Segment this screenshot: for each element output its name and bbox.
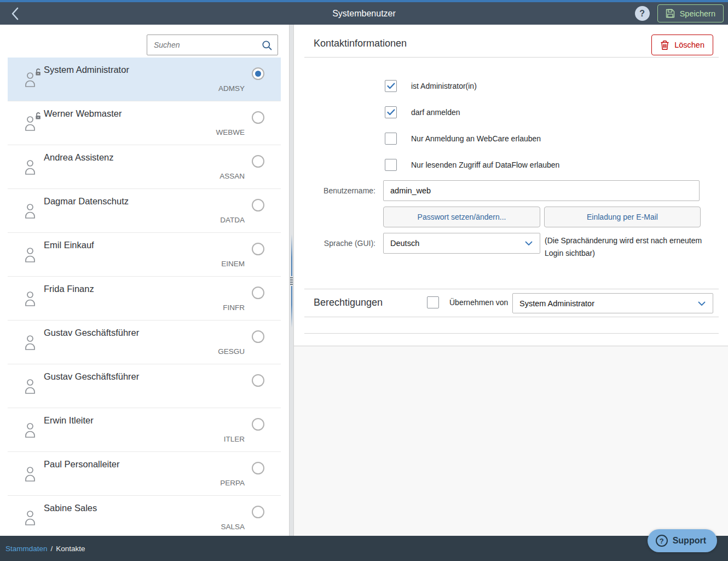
breadcrumb-current-kontakte: Kontakte: [56, 545, 85, 553]
delete-button[interactable]: Löschen: [651, 35, 713, 55]
user-radio[interactable]: [252, 374, 264, 387]
help-button[interactable]: ?: [635, 6, 650, 21]
user-row-paul-personalleiter[interactable]: Paul Personalleiter PERPA: [8, 452, 281, 496]
search-icon[interactable]: [262, 40, 273, 51]
systembenutzer-window: Systembenutzer ? Speichern System Admini…: [0, 0, 728, 561]
username-label: Benutzername:: [294, 180, 375, 201]
detail-card: Kontaktinformationen Löschen ist Adminis…: [294, 25, 728, 346]
user-name: Emil Einkauf: [44, 240, 94, 250]
divider: [304, 57, 719, 58]
top-accent-strip: [0, 0, 728, 2]
user-radio[interactable]: [252, 155, 264, 168]
language-selected-value: Deutsch: [390, 239, 419, 248]
divider: [304, 289, 719, 289]
employee-lock-icon: [23, 115, 38, 131]
user-radio[interactable]: [252, 111, 264, 124]
panel-splitter[interactable]: [289, 25, 294, 536]
section-title-kontaktinformationen: Kontaktinformationen: [314, 38, 407, 49]
chevron-down-icon: [698, 301, 706, 306]
checkbox-label: darf anmelden: [411, 108, 460, 117]
user-name: Paul Personalleiter: [44, 459, 120, 470]
language-note-line1: (Die Sprachänderung wird erst nach erneu…: [545, 234, 714, 247]
user-name: Gustav Geschäftsführer: [44, 371, 139, 382]
search-field[interactable]: [147, 35, 278, 55]
language-note-line2: Login sichtbar): [545, 247, 714, 260]
header-actions: ? Speichern: [635, 2, 724, 25]
checkbox-uebernehmen-von[interactable]: [427, 296, 439, 308]
checkbox-nur-webcare[interactable]: [385, 133, 397, 145]
user-name: Gustav Geschäftsführer: [44, 328, 139, 338]
user-row-gustav-geschaeftsfuehrer-2[interactable]: Gustav Geschäftsführer: [8, 364, 281, 408]
support-button[interactable]: ? Support: [648, 529, 717, 552]
employee-icon: [23, 466, 38, 482]
user-row-frida-finanz[interactable]: Frida Finanz FINFR: [8, 277, 281, 320]
inherit-from-label: Übernehmen von: [449, 298, 508, 307]
save-button-label: Speichern: [680, 9, 715, 18]
option-row-webcare: Nur Anmeldung an WebCare erlauben: [385, 133, 541, 145]
employee-icon: [23, 422, 38, 438]
user-name: Sabine Sales: [44, 503, 97, 513]
delete-button-label: Löschen: [674, 41, 704, 49]
support-button-label: Support: [673, 536, 706, 546]
employee-icon: [23, 510, 38, 526]
user-name: Werner Webmaster: [44, 108, 122, 119]
option-row-darf-anmelden: darf anmelden: [385, 106, 460, 118]
section-title-berechtigungen: Berechtigungen: [314, 297, 383, 308]
user-code: DATDA: [220, 216, 245, 224]
user-radio[interactable]: [252, 506, 264, 518]
divider: [304, 317, 719, 317]
save-button[interactable]: Speichern: [657, 4, 724, 22]
user-row-emil-einkauf[interactable]: Emil Einkauf EINEM: [8, 233, 281, 277]
chevron-down-icon: [525, 241, 533, 246]
user-radio[interactable]: [252, 287, 264, 299]
breadcrumb-separator: /: [51, 545, 53, 553]
user-row-gustav-geschaeftsfuehrer-1[interactable]: Gustav Geschäftsführer GESGU: [8, 320, 281, 364]
app-footer: Stammdaten / Kontakte: [0, 536, 728, 561]
user-radio[interactable]: [252, 418, 264, 431]
question-circle-icon: ?: [656, 535, 668, 547]
app-header: Systembenutzer ? Speichern: [0, 0, 728, 25]
user-code: ITLER: [224, 435, 245, 443]
user-row-werner-webmaster[interactable]: Werner Webmaster WEBWE: [8, 101, 281, 145]
option-row-dataflow: Nur lesenden Zugriff auf DataFlow erlaub…: [385, 159, 559, 171]
detail-panel: Kontaktinformationen Löschen ist Adminis…: [294, 25, 728, 536]
user-code: ADMSY: [218, 84, 245, 93]
user-row-sabine-sales[interactable]: Sabine Sales SALSA: [8, 496, 281, 536]
user-radio[interactable]: [252, 462, 264, 474]
user-code: GESGU: [218, 347, 245, 356]
user-name: Andrea Assistenz: [44, 152, 114, 163]
user-radio[interactable]: [252, 330, 264, 343]
email-invitation-button[interactable]: Einladung per E-Mail: [544, 207, 701, 227]
floppy-disk-icon: [666, 9, 675, 18]
language-change-note: (Die Sprachänderung wird erst nach erneu…: [545, 234, 714, 260]
user-row-dagmar-datenschutz[interactable]: Dagmar Datenschutz DATDA: [8, 189, 281, 233]
user-code: WEBWE: [216, 128, 245, 136]
username-input[interactable]: [383, 180, 700, 201]
user-code: ASSAN: [219, 172, 245, 180]
employee-icon: [23, 159, 38, 175]
user-row-andrea-assistenz[interactable]: Andrea Assistenz ASSAN: [8, 145, 281, 189]
checkbox-label: Nur Anmeldung an WebCare erlauben: [411, 134, 541, 143]
splitter-line: [291, 286, 292, 328]
user-radio[interactable]: [252, 67, 264, 80]
set-password-button[interactable]: Passwort setzen/ändern...: [383, 207, 540, 227]
user-radio[interactable]: [252, 199, 264, 211]
checkbox-label: Nur lesenden Zugriff auf DataFlow erlaub…: [411, 161, 559, 169]
user-code: SALSA: [221, 523, 245, 531]
checkbox-darf-anmelden[interactable]: [385, 106, 397, 118]
divider: [304, 333, 719, 334]
breadcrumb-link-stammdaten[interactable]: Stammdaten: [5, 545, 48, 553]
user-code: EINEM: [221, 260, 245, 268]
page-title: Systembenutzer: [0, 2, 728, 25]
inherit-from-select[interactable]: System Administrator: [512, 293, 713, 313]
search-input[interactable]: [147, 35, 278, 55]
checkbox-nur-lesend-dataflow[interactable]: [385, 159, 397, 171]
checkbox-ist-administrator[interactable]: [385, 80, 397, 92]
language-select[interactable]: Deutsch: [383, 233, 540, 254]
employee-icon: [23, 247, 38, 263]
user-row-system-administrator[interactable]: System Administrator ADMSY: [8, 58, 281, 101]
employee-icon: [23, 290, 38, 307]
user-radio[interactable]: [252, 243, 264, 255]
splitter-grip-icon[interactable]: [290, 277, 293, 285]
user-row-erwin-itleiter[interactable]: Erwin Itleiter ITLER: [8, 408, 281, 452]
